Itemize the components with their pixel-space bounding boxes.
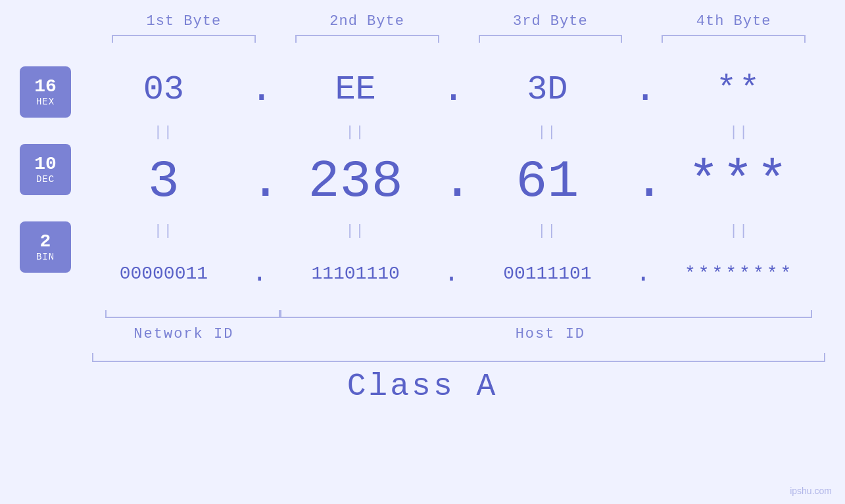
byte-headers: 1st Byte 2nd Byte 3rd Byte 4th Byte [0,13,845,30]
bin-row: 00000011 . 11101110 . 00111101 . *******… [78,244,825,303]
byte4-header: 4th Byte [642,13,825,30]
hex-name: HEX [36,97,55,107]
id-labels: Network ID Host ID [92,326,825,342]
dot-hex-1: . [250,67,270,112]
dec-row: 3 . 238 . 61 . *** [78,145,825,218]
eq2-b4: || [653,223,825,239]
hex-badge: 16 HEX [20,66,71,118]
dec-byte1: 3 [78,152,250,212]
dec-byte3: 61 [462,152,634,212]
bottom-brackets [92,306,825,318]
data-grid: 03 . EE . 3D . ** || || [78,60,825,303]
dot-bin-2: . [442,259,462,288]
main-area: 16 HEX 10 DEC 2 BIN 03 . EE [0,60,845,303]
byte3-header: 3rd Byte [459,13,642,30]
network-id-label: Network ID [92,326,276,342]
bin-byte4: ******** [653,263,825,284]
top-brackets [0,35,845,47]
dot-dec-3: . [633,152,653,212]
bin-byte2: 11101110 [270,263,442,284]
hex-number: 16 [34,77,57,97]
eq2-b2: || [270,223,442,239]
hex-byte2: EE [270,70,442,109]
hex-byte3: 3D [462,70,634,109]
eq1-b1: || [78,124,250,141]
big-bottom-bracket [92,349,825,362]
dot-bin-1: . [250,259,270,288]
bin-number: 2 [40,232,51,252]
bracket-byte4 [648,35,819,47]
dot-hex-2: . [442,67,462,112]
dec-name: DEC [36,174,55,185]
main-container: 1st Byte 2nd Byte 3rd Byte 4th Byte 16 H… [0,0,845,504]
watermark: ipshu.com [790,486,832,496]
bin-byte1: 00000011 [78,263,250,284]
bracket-host [280,306,825,318]
bin-byte3: 00111101 [462,263,634,284]
dec-number: 10 [34,154,57,175]
dot-dec-2: . [442,152,462,212]
dec-byte2: 238 [270,152,442,212]
dec-badge: 10 DEC [20,144,71,195]
class-label: Class A [0,369,845,404]
eq1-b4: || [653,124,825,141]
bracket-network [92,306,274,318]
bracket-byte2 [282,35,452,47]
dot-hex-3: . [633,67,653,112]
bin-badge: 2 BIN [20,221,71,273]
eq2-b3: || [462,223,634,239]
byte2-header: 2nd Byte [276,13,459,30]
eq-row-1: || || || || [78,119,825,145]
eq1-b2: || [270,124,442,141]
bracket-byte1 [99,35,269,47]
bottom-section: Network ID Host ID [0,306,845,342]
bracket-byte3 [466,35,636,47]
eq-row-2: || || || || [78,218,825,244]
dot-bin-3: . [633,259,653,288]
bin-name: BIN [36,252,55,262]
base-labels: 16 HEX 10 DEC 2 BIN [20,66,71,273]
hex-row: 03 . EE . 3D . ** [78,60,825,119]
eq1-b3: || [462,124,634,141]
dot-dec-1: . [250,152,270,212]
hex-byte4: ** [653,70,825,109]
byte1-header: 1st Byte [92,13,276,30]
eq2-b1: || [78,223,250,239]
host-id-label: Host ID [276,326,825,342]
hex-byte1: 03 [78,70,250,109]
dec-byte4: *** [653,152,825,212]
